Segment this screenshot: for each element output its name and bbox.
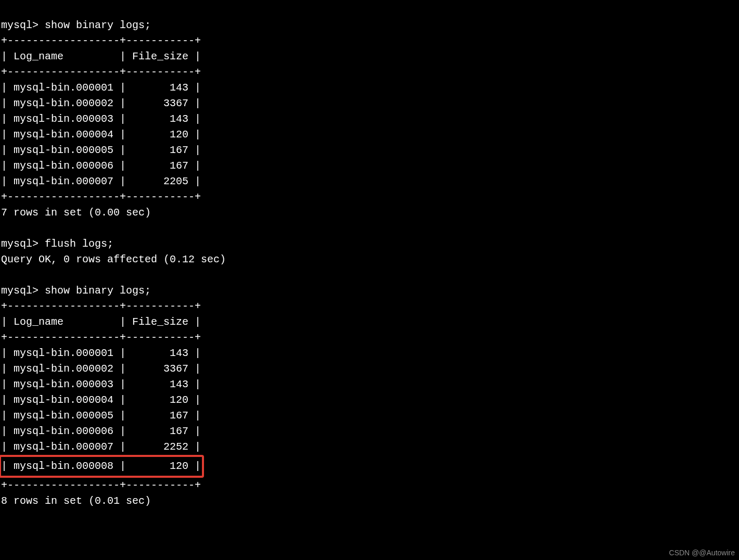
command-show-logs-1: show binary logs;: [45, 19, 151, 31]
table1-border-bottom: +------------------+-----------+: [1, 191, 201, 203]
table1-row: | mysql-bin.000004 | 120 |: [1, 129, 201, 141]
table2-row: | mysql-bin.000002 | 3367 |: [1, 363, 201, 375]
table2-row: | mysql-bin.000005 | 167 |: [1, 410, 201, 422]
table2-row: | mysql-bin.000003 | 143 |: [1, 378, 201, 390]
prompt-line-2: mysql> flush logs;: [1, 238, 113, 250]
table2-row: | mysql-bin.000007 | 2252 |: [1, 441, 201, 453]
table2-row: | mysql-bin.000006 | 167 |: [1, 425, 201, 437]
table2-row: | mysql-bin.000001 | 143 |: [1, 347, 201, 359]
table2-header: | Log_name | File_size |: [1, 316, 201, 328]
table1-row: | mysql-bin.000002 | 3367 |: [1, 97, 201, 109]
terminal-output: mysql> show binary logs; +--------------…: [0, 0, 739, 509]
flush-result: Query OK, 0 rows affected (0.12 sec): [1, 253, 226, 265]
table1-header: | Log_name | File_size |: [1, 50, 201, 62]
prompt-line-1: mysql> show binary logs;: [1, 19, 151, 31]
table1-row: | mysql-bin.000003 | 143 |: [1, 113, 201, 125]
table1-border-mid: +------------------+-----------+: [1, 66, 201, 78]
table1-border-top: +------------------+-----------+: [1, 35, 201, 47]
mysql-prompt: mysql>: [1, 238, 45, 250]
mysql-prompt: mysql>: [1, 285, 45, 297]
command-flush-logs: flush logs;: [45, 238, 113, 250]
table1-summary: 7 rows in set (0.00 sec): [1, 207, 151, 219]
table2-highlighted-row: | mysql-bin.000008 | 120 |: [0, 455, 204, 478]
table2-border-top: +------------------+-----------+: [1, 300, 201, 312]
command-show-logs-2: show binary logs;: [45, 285, 151, 297]
prompt-line-3: mysql> show binary logs;: [1, 285, 151, 297]
blank-line: [1, 222, 7, 234]
table1-row: | mysql-bin.000006 | 167 |: [1, 160, 201, 172]
table2-border-mid: +------------------+-----------+: [1, 332, 201, 343]
table2-border-bottom: +------------------+-----------+: [1, 479, 201, 491]
table1-row: | mysql-bin.000007 | 2205 |: [1, 175, 201, 187]
table2-summary: 8 rows in set (0.01 sec): [1, 495, 151, 507]
watermark: CSDN @@Autowire: [669, 549, 735, 557]
table2-row: | mysql-bin.000004 | 120 |: [1, 394, 201, 406]
mysql-prompt: mysql>: [1, 19, 45, 31]
table1-row: | mysql-bin.000001 | 143 |: [1, 82, 201, 94]
table1-row: | mysql-bin.000005 | 167 |: [1, 144, 201, 156]
blank-line: [1, 269, 7, 281]
